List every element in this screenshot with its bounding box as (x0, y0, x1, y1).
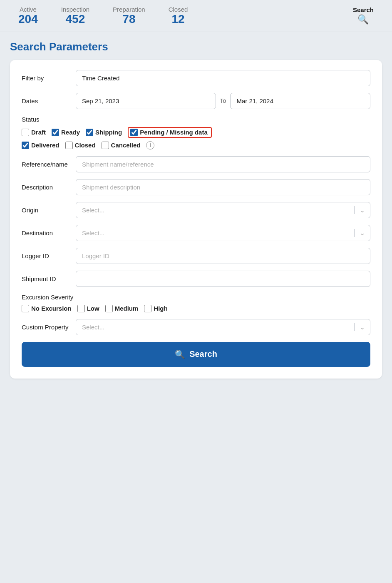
logger-id-row: Logger ID (22, 248, 370, 264)
medium-label: Medium (115, 305, 139, 312)
dates-label: Dates (22, 97, 76, 105)
excursion-row: No Excursion Low Medium High (22, 305, 370, 312)
checkbox-delivered[interactable]: Delivered (22, 142, 60, 149)
logger-id-label: Logger ID (22, 252, 76, 259)
destination-label: Destination (22, 229, 76, 237)
date-to-input[interactable] (230, 93, 370, 109)
checkbox-no-excursion[interactable]: No Excursion (22, 305, 72, 312)
closed-status-label: Closed (75, 142, 96, 149)
nav-inspection-label: Inspection (61, 6, 89, 13)
checkbox-draft[interactable]: Draft (22, 129, 46, 136)
filter-by-input[interactable] (76, 70, 370, 86)
nav-active-count: 204 (18, 13, 38, 26)
nav-closed-count: 12 (171, 13, 184, 26)
excursion-label: Excursion Severity (22, 294, 370, 301)
checkbox-closed-status[interactable]: Closed (65, 142, 96, 149)
nav-item-preparation[interactable]: Preparation 78 (101, 0, 157, 32)
high-label: High (154, 305, 167, 312)
checkbox-medium[interactable]: Medium (105, 305, 139, 312)
checkbox-ready[interactable]: Ready (52, 129, 80, 136)
low-checkbox[interactable] (77, 305, 85, 312)
search-button-label: Search (189, 349, 217, 359)
search-card: Filter by Dates To Status Draft (10, 60, 382, 379)
description-label: Description (22, 184, 76, 191)
description-input[interactable] (76, 179, 370, 195)
custom-property-row: Custom Property Select... ⌄ (22, 319, 370, 335)
custom-property-placeholder: Select... (76, 319, 354, 335)
shipment-id-label: Shipment ID (22, 275, 76, 282)
nav-search-icon: 🔍 (357, 14, 369, 25)
high-checkbox[interactable] (144, 305, 151, 312)
page-content: Search Parameters Filter by Dates To Sta… (0, 32, 392, 387)
checkbox-low[interactable]: Low (77, 305, 99, 312)
search-button[interactable]: 🔍 Search (22, 342, 370, 367)
origin-row: Origin Select... ⌄ (22, 202, 370, 218)
top-nav: Active 204 Inspection 452 Preparation 78… (0, 0, 392, 32)
status-section: Status Draft Ready Shipping Pending / M (22, 116, 370, 149)
destination-chevron-down-icon: ⌄ (354, 229, 370, 237)
checkbox-pending-highlight[interactable]: Pending / Missing data (128, 127, 212, 138)
dates-inputs: To (76, 93, 370, 109)
nav-active-label: Active (20, 6, 37, 13)
filter-by-label: Filter by (22, 75, 76, 82)
custom-property-select[interactable]: Select... ⌄ (76, 319, 370, 335)
nav-item-active[interactable]: Active 204 (7, 0, 50, 32)
origin-chevron-down-icon: ⌄ (354, 206, 370, 214)
draft-checkbox[interactable] (22, 129, 29, 136)
dates-to-connector: To (220, 97, 226, 104)
shipment-id-input[interactable] (76, 271, 370, 287)
pending-label: Pending / Missing data (140, 129, 208, 136)
custom-property-chevron-down-icon: ⌄ (354, 323, 370, 331)
low-label: Low (87, 305, 99, 312)
origin-select[interactable]: Select... ⌄ (76, 202, 370, 218)
nav-inspection-count: 452 (66, 13, 85, 26)
shipping-checkbox[interactable] (86, 129, 93, 136)
origin-label: Origin (22, 207, 76, 214)
no-excursion-checkbox[interactable] (22, 305, 29, 312)
nav-preparation-label: Preparation (113, 6, 145, 13)
checkbox-high[interactable]: High (144, 305, 167, 312)
destination-row: Destination Select... ⌄ (22, 225, 370, 241)
origin-placeholder: Select... (76, 202, 354, 218)
page-title: Search Parameters (10, 40, 382, 53)
medium-checkbox[interactable] (105, 305, 113, 312)
cancelled-info-icon[interactable]: i (146, 141, 154, 149)
dates-row: Dates To (22, 93, 370, 109)
status-label: Status (22, 116, 370, 123)
shipment-id-row: Shipment ID (22, 271, 370, 287)
destination-select[interactable]: Select... ⌄ (76, 225, 370, 241)
nav-item-inspection[interactable]: Inspection 452 (50, 0, 101, 32)
pending-checkbox[interactable] (130, 129, 138, 136)
closed-status-checkbox[interactable] (65, 142, 73, 149)
delivered-checkbox[interactable] (22, 142, 29, 149)
nav-search-button[interactable]: Search 🔍 (341, 0, 385, 32)
custom-property-label: Custom Property (22, 324, 76, 331)
cancelled-label: Cancelled (111, 142, 141, 149)
description-row: Description (22, 179, 370, 195)
checkbox-cancelled[interactable]: Cancelled (102, 142, 141, 149)
nav-closed-label: Closed (169, 6, 188, 13)
shipping-label: Shipping (95, 129, 122, 136)
reference-input[interactable] (76, 156, 370, 172)
delivered-label: Delivered (31, 142, 60, 149)
reference-row: Reference/name (22, 156, 370, 172)
excursion-section: Excursion Severity No Excursion Low Medi… (22, 294, 370, 312)
status-row-1: Draft Ready Shipping Pending / Missing d… (22, 127, 370, 138)
draft-label: Draft (31, 129, 46, 136)
logger-id-input[interactable] (76, 248, 370, 264)
cancelled-checkbox[interactable] (102, 142, 109, 149)
status-row-2: Delivered Closed Cancelled i (22, 141, 370, 149)
search-button-icon: 🔍 (175, 349, 185, 359)
ready-label: Ready (61, 129, 80, 136)
checkbox-shipping[interactable]: Shipping (86, 129, 122, 136)
reference-label: Reference/name (22, 161, 76, 168)
ready-checkbox[interactable] (52, 129, 59, 136)
nav-search-label: Search (353, 6, 374, 13)
nav-item-closed[interactable]: Closed 12 (157, 0, 200, 32)
date-from-input[interactable] (76, 93, 216, 109)
destination-placeholder: Select... (76, 225, 354, 241)
filter-by-row: Filter by (22, 70, 370, 86)
nav-preparation-count: 78 (122, 13, 135, 26)
no-excursion-label: No Excursion (31, 305, 72, 312)
